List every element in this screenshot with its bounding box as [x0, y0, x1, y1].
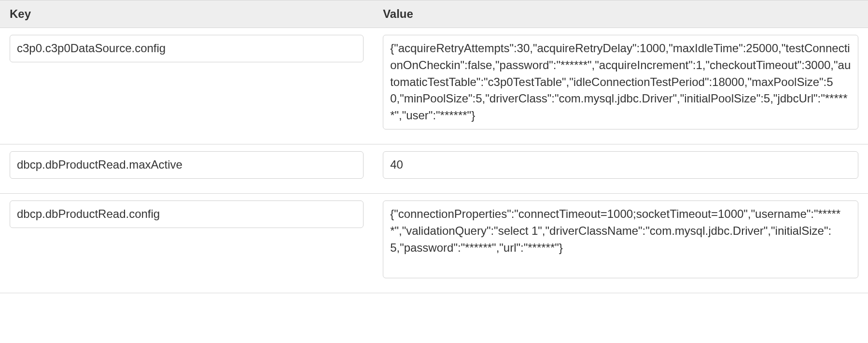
table-row — [0, 144, 868, 194]
key-input[interactable] — [10, 35, 364, 62]
value-input[interactable] — [383, 35, 858, 129]
config-table: Key Value — [0, 0, 868, 293]
table-header: Key Value — [0, 0, 868, 28]
key-input[interactable] — [10, 200, 364, 228]
cell-key — [0, 28, 373, 144]
column-header-value: Value — [373, 0, 868, 28]
value-input[interactable] — [383, 151, 858, 179]
value-input[interactable] — [383, 200, 858, 278]
column-header-key: Key — [0, 0, 373, 28]
cell-key — [0, 144, 373, 194]
table-row — [0, 28, 868, 144]
table-body — [0, 28, 868, 293]
cell-value — [373, 194, 868, 293]
cell-value — [373, 144, 868, 194]
key-input[interactable] — [10, 151, 364, 179]
cell-value — [373, 28, 868, 144]
table-row — [0, 194, 868, 293]
cell-key — [0, 194, 373, 293]
